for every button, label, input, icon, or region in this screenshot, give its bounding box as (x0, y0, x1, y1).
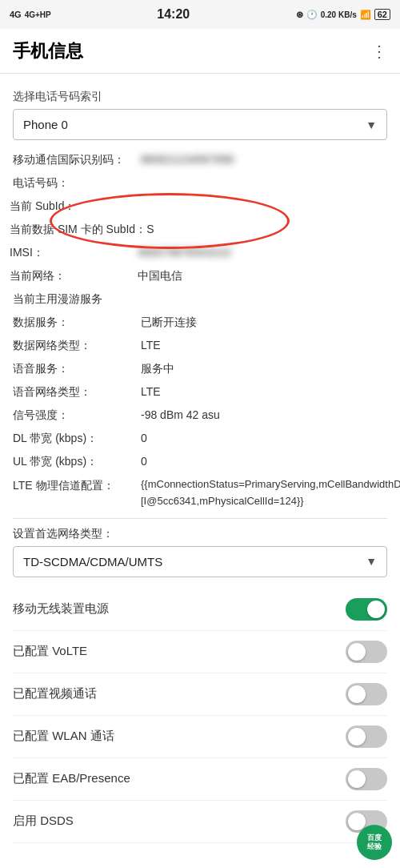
toggle-label-0: 移动无线装置电源 (13, 601, 109, 617)
ul-bandwidth-row: UL 带宽 (kbps)： 0 (13, 453, 387, 470)
service-state-row: 当前主用漫游服务 (13, 291, 387, 307)
data-service-row: 数据服务： 已断开连接 (13, 314, 387, 331)
baidu-watermark: 百度经验 (357, 825, 392, 860)
ul-bandwidth-label: UL 带宽 (kbps)： (13, 453, 141, 470)
toggles-container: 移动无线装置电源已配置 VoLTE已配置视频通话已配置 WLAN 通话已配置 E… (13, 589, 387, 843)
phone-dropdown[interactable]: Phone 0 ▼ (13, 109, 387, 140)
dropdown-arrow-icon: ▼ (366, 119, 377, 131)
toggle-label-3: 已配置 WLAN 通话 (13, 729, 114, 744)
voice-network-type-value: LTE (141, 384, 161, 400)
current-subid-row: 当前 SubId： (10, 198, 390, 215)
battery-icon: 62 (374, 9, 390, 20)
toggle-label-5: 启用 DSDS (13, 814, 74, 829)
network-row: 当前网络： 中国电信 (10, 267, 390, 284)
current-subid-label: 当前 SubId： (10, 198, 138, 215)
ul-bandwidth-value: 0 (141, 453, 147, 470)
sim-subid-label: 当前数据 SIM 卡的 SubId： (10, 221, 146, 238)
imsi-label: IMSI： (10, 244, 138, 261)
status-right: ⊛ 🕐 0.20 KB/s 📶 62 (296, 9, 390, 20)
app-bar: 手机信息 ⋮ (0, 29, 400, 74)
toggle-row-5: 启用 DSDS (13, 801, 387, 843)
data-service-value: 已断开连接 (141, 314, 197, 331)
signal-4g: 4G (10, 10, 22, 19)
service-state-label: 当前主用漫游服务 (13, 291, 141, 307)
phone-number-label: 电话号码： (13, 175, 141, 191)
toggle-knob-5 (348, 813, 366, 830)
dl-bandwidth-row: DL 带宽 (kbps)： 0 (13, 430, 387, 447)
imei-value: 860621234567890 (141, 151, 234, 168)
highlighted-section: 当前 SubId： 当前数据 SIM 卡的 SubId： S IMSI： 460… (10, 198, 390, 284)
toggle-label-4: 已配置 EAB/Presence (13, 771, 130, 786)
signal-strength-label: 信号强度： (13, 407, 141, 424)
bluetooth-icon: ⊛ (296, 10, 303, 20)
sim-subid-row: 当前数据 SIM 卡的 SubId： S (10, 221, 390, 238)
voice-network-type-label: 语音网络类型： (13, 384, 141, 400)
phone-index-label: 选择电话号码索引 (13, 90, 387, 104)
network-type-value: TD-SCDMA/CDMA/UMTS (23, 555, 162, 569)
overflow-menu-icon[interactable]: ⋮ (371, 42, 387, 61)
toggle-switch-3[interactable] (346, 725, 387, 748)
toggle-switch-1[interactable] (346, 641, 387, 663)
voice-service-value: 服务中 (141, 360, 174, 377)
data-speed: 0.20 KB/s (321, 10, 357, 19)
data-network-type-label: 数据网络类型： (13, 337, 141, 354)
data-service-label: 数据服务： (13, 314, 141, 331)
toggle-switch-4[interactable] (346, 768, 387, 790)
toggle-knob-1 (348, 643, 366, 661)
network-dropdown-arrow-icon: ▼ (366, 555, 377, 568)
lte-config-row: LTE 物理信道配置： {{mConnectionStatus=PrimaryS… (13, 476, 387, 510)
voice-service-row: 语音服务： 服务中 (13, 360, 387, 377)
toggle-row-4: 已配置 EAB/Presence (13, 758, 387, 801)
signal-4ghp: 4G+HP (25, 10, 51, 19)
signal-strength-row: 信号强度： -98 dBm 42 asu (13, 407, 387, 424)
clock-icon: 🕐 (306, 10, 318, 20)
lte-config-value: {{mConnectionStatus=PrimaryServing,mCell… (141, 476, 400, 510)
network-value: 中国电信 (138, 267, 182, 284)
dl-bandwidth-value: 0 (141, 430, 147, 447)
phone-dropdown-value: Phone 0 (23, 118, 68, 131)
imsi-row: IMSI： 460079876543210 (10, 244, 390, 261)
toggle-row-3: 已配置 WLAN 通话 (13, 716, 387, 758)
toggle-row-2: 已配置视频通话 (13, 673, 387, 716)
network-label: 当前网络： (10, 267, 138, 284)
toggle-knob-0 (367, 601, 385, 618)
sim-subid-value: S (146, 221, 154, 238)
imsi-value: 460079876543210 (138, 244, 231, 261)
divider-1 (13, 518, 387, 519)
lte-config-label: LTE 物理信道配置： (13, 476, 141, 510)
signal-strength-value: -98 dBm 42 asu (141, 407, 220, 424)
imei-label: 移动通信国际识别码： (13, 151, 141, 168)
content-area: 选择电话号码索引 Phone 0 ▼ 移动通信国际识别码： 8606212345… (0, 74, 400, 853)
wifi-icon: 📶 (360, 10, 371, 20)
network-type-section: 设置首选网络类型： TD-SCDMA/CDMA/UMTS ▼ (13, 527, 387, 577)
app-title: 手机信息 (13, 39, 83, 63)
voice-network-type-row: 语音网络类型： LTE (13, 384, 387, 400)
status-bar: 4G 4G+HP 14:20 ⊛ 🕐 0.20 KB/s 📶 62 (0, 0, 400, 29)
toggle-label-1: 已配置 VoLTE (13, 644, 87, 659)
voice-service-label: 语音服务： (13, 360, 141, 377)
network-type-dropdown[interactable]: TD-SCDMA/CDMA/UMTS ▼ (13, 546, 387, 577)
data-network-type-value: LTE (141, 337, 161, 354)
toggle-knob-3 (348, 728, 366, 745)
imei-row: 移动通信国际识别码： 860621234567890 (13, 151, 387, 168)
toggle-switch-2[interactable] (346, 683, 387, 705)
status-left: 4G 4G+HP (10, 10, 51, 19)
toggle-row-0: 移动无线装置电源 (13, 589, 387, 631)
data-network-type-row: 数据网络类型： LTE (13, 337, 387, 354)
status-time: 14:20 (157, 7, 190, 22)
toggle-knob-4 (348, 770, 366, 788)
dl-bandwidth-label: DL 带宽 (kbps)： (13, 430, 141, 447)
phone-number-row: 电话号码： (13, 175, 387, 191)
toggle-switch-0[interactable] (346, 598, 387, 621)
toggle-row-1: 已配置 VoLTE (13, 631, 387, 673)
toggle-label-2: 已配置视频通话 (13, 686, 97, 701)
toggle-knob-2 (348, 685, 366, 703)
network-type-label: 设置首选网络类型： (13, 527, 387, 541)
